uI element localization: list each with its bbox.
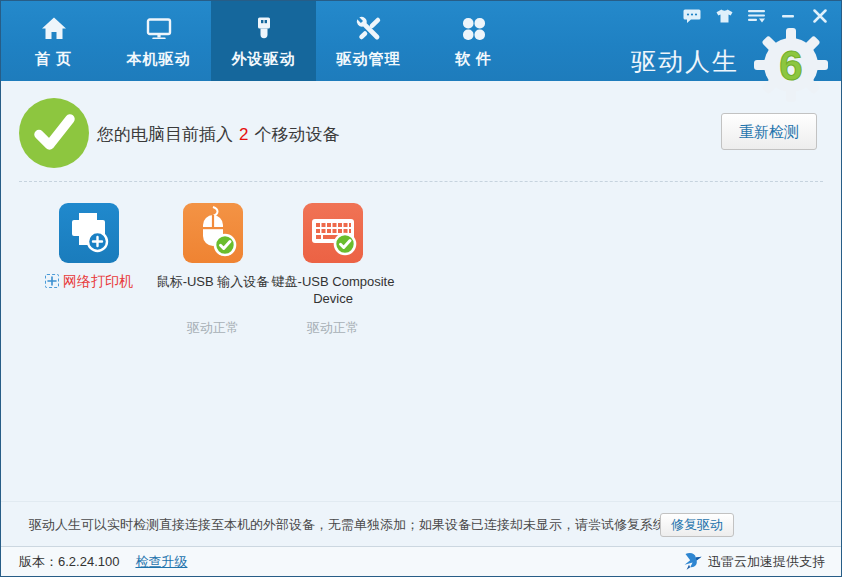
apps-icon: [460, 12, 488, 46]
driver-status: 驱动正常: [187, 319, 239, 337]
device-label: 鼠标-USB 输入设备: [157, 273, 270, 313]
tab-label: 首 页: [35, 50, 72, 69]
sponsor-text: 迅雷云加速提供支持: [708, 553, 825, 571]
add-plus-badge-icon: [88, 232, 107, 251]
keyboard-tile: [303, 203, 363, 263]
dashed-divider: [19, 181, 823, 182]
status-bar: 版本：6.2.24.100 检查升级 迅雷云加速提供支持: [1, 546, 841, 577]
device-item-keyboard[interactable]: 键盘-USB Composite Device 驱动正常: [269, 203, 397, 337]
device-label: 键盘-USB Composite Device: [269, 273, 397, 313]
tab-peripheral-drivers[interactable]: 外设驱动: [211, 1, 316, 81]
version-text: 版本：6.2.24.100: [19, 553, 119, 571]
window-controls: [683, 8, 829, 24]
minimize-icon[interactable]: [779, 8, 797, 24]
status-message-suffix: 个移动设备: [254, 125, 339, 144]
sponsor: 迅雷云加速提供支持: [682, 551, 825, 573]
device-label-row: 网络打印机: [45, 273, 133, 313]
tab-label: 外设驱动: [232, 50, 296, 69]
tab-label: 本机驱动: [127, 50, 191, 69]
monitor-icon: [145, 12, 173, 46]
mouse-tile: [183, 203, 243, 263]
tab-label: 驱动管理: [337, 50, 401, 69]
add-plus-icon: [45, 274, 59, 288]
tab-home[interactable]: 首 页: [1, 1, 106, 81]
device-item-mouse[interactable]: 鼠标-USB 输入设备 驱动正常: [151, 203, 275, 337]
menu-icon[interactable]: [747, 8, 765, 24]
keyboard-icon: [303, 203, 363, 263]
check-badge-icon: [215, 235, 235, 255]
logo-gear-badge: 6: [753, 27, 829, 103]
tab-driver-management[interactable]: 驱动管理: [316, 1, 421, 81]
header: 首 页 本机驱动 外设驱动 驱动管理: [1, 1, 841, 81]
device-count: 2: [239, 125, 248, 144]
tab-local-drivers[interactable]: 本机驱动: [106, 1, 211, 81]
printer-tile: [59, 203, 119, 263]
check-circle-icon: [19, 98, 89, 168]
version-value: 6.2.24.100: [58, 554, 119, 569]
tip-bar: 驱动人生可以实时检测直接连接至本机的外部设备，无需单独添加；如果设备已连接却未显…: [1, 501, 841, 546]
tip-text: 驱动人生可以实时检测直接连接至本机的外部设备，无需单独添加；如果设备已连接却未显…: [29, 502, 696, 547]
check-upgrade-link[interactable]: 检查升级: [135, 553, 187, 571]
check-badge-icon: [335, 234, 355, 254]
printer-icon: [59, 203, 119, 263]
tab-software[interactable]: 软 件: [421, 1, 526, 81]
device-label: 网络打印机: [63, 273, 133, 290]
status-message: 您的电脑目前插入2个移动设备: [97, 123, 339, 146]
nav-tabs: 首 页 本机驱动 外设驱动 驱动管理: [1, 1, 526, 81]
repair-driver-button[interactable]: 修复驱动: [660, 513, 734, 537]
status-message-prefix: 您的电脑目前插入: [97, 125, 233, 144]
skin-icon[interactable]: [715, 8, 733, 24]
redetect-button[interactable]: 重新检测: [721, 113, 817, 150]
tools-icon: [355, 12, 383, 46]
version-label: 版本：: [19, 554, 58, 569]
app-logo-text: 驱动人生: [631, 45, 739, 78]
tab-label: 软 件: [455, 50, 492, 69]
close-icon[interactable]: [811, 8, 829, 24]
app-window: 首 页 本机驱动 外设驱动 驱动管理: [0, 0, 842, 577]
mouse-icon: [183, 203, 243, 263]
device-item-network-printer[interactable]: 网络打印机: [27, 203, 151, 313]
driver-status: 驱动正常: [307, 319, 359, 337]
home-icon: [40, 12, 68, 46]
version-badge: 6: [779, 42, 802, 89]
usb-icon: [250, 12, 278, 46]
thunder-bird-icon: [682, 551, 702, 573]
feedback-icon[interactable]: [683, 8, 701, 24]
